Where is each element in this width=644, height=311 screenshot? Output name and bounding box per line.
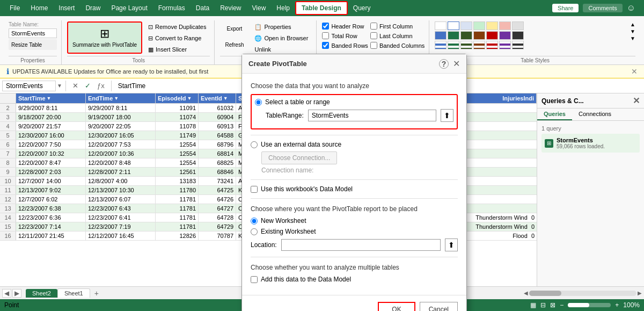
style-20[interactable]: [512, 41, 524, 49]
tab-connections[interactable]: Connections: [572, 109, 618, 120]
eventid-dropdown-icon[interactable]: ▼: [223, 96, 228, 101]
modal-help-icon[interactable]: ?: [439, 59, 449, 69]
sheet-tab-sheet2[interactable]: Sheet2: [26, 289, 57, 298]
export-button[interactable]: Export: [220, 21, 248, 37]
table-range-upload-btn[interactable]: ⬆: [441, 109, 453, 122]
ok-button[interactable]: OK: [378, 302, 415, 311]
style-8[interactable]: [448, 31, 459, 40]
confirm-formula-icon[interactable]: ✓: [83, 82, 93, 90]
insert-function-icon[interactable]: ƒx: [95, 82, 107, 90]
insert-slicer-button[interactable]: ▦ Insert Slicer: [144, 44, 210, 55]
menu-data[interactable]: Data: [191, 2, 215, 14]
remove-duplicates-button[interactable]: ⊡ Remove Duplicates: [144, 21, 210, 32]
convert-to-range-button[interactable]: ⊟ Convert to Range: [144, 33, 210, 44]
sheet-tab-sheet1[interactable]: Sheet1: [57, 288, 90, 298]
zoom-slider[interactable]: [568, 303, 611, 307]
banded-rows-checkbox[interactable]: [322, 42, 329, 49]
header-row-checkbox[interactable]: [322, 23, 329, 30]
location-input[interactable]: [281, 239, 441, 251]
style-10[interactable]: [473, 31, 485, 40]
radio-new-ws[interactable]: [251, 218, 258, 225]
zoom-in-icon[interactable]: +: [615, 301, 619, 309]
sheet-add-button[interactable]: +: [90, 288, 103, 299]
cancel-button[interactable]: Cancel: [420, 302, 458, 311]
location-upload-btn[interactable]: ⬆: [445, 238, 458, 251]
tab-scroll-left[interactable]: ◀: [2, 289, 11, 298]
resize-table-button[interactable]: Resize Table: [9, 39, 57, 50]
style-1[interactable]: [448, 21, 459, 30]
styles-scroll-up[interactable]: ▲: [630, 21, 635, 27]
data-model-checkbox[interactable]: [251, 186, 258, 193]
style-17[interactable]: [473, 41, 485, 49]
style-16[interactable]: [460, 41, 472, 49]
view-page-break-icon[interactable]: ⊠: [550, 301, 555, 309]
open-browser-button[interactable]: 🌐 Open in Browser: [251, 33, 312, 44]
radio-table-range[interactable]: [255, 99, 262, 106]
table-name-input[interactable]: [9, 28, 57, 38]
style-11[interactable]: [486, 31, 498, 40]
styles-scroll-down[interactable]: ▼: [630, 28, 635, 34]
view-layout-icon[interactable]: ⊟: [540, 301, 546, 309]
radio-external-data[interactable]: [251, 141, 258, 148]
view-normal-icon[interactable]: ▦: [530, 301, 536, 309]
table-range-input[interactable]: [308, 110, 436, 121]
formula-bar-divider2: [111, 81, 112, 91]
style-14[interactable]: [435, 41, 447, 49]
cancel-formula-icon[interactable]: ✕: [70, 82, 80, 90]
choose-connection-button[interactable]: Choose Connection...: [261, 151, 337, 164]
summarize-pivottable-button[interactable]: ⊞ Summarize with PivotTable: [67, 21, 142, 54]
last-col-checkbox[interactable]: [370, 32, 377, 39]
menu-draw[interactable]: Draw: [80, 2, 106, 14]
style-9[interactable]: [460, 31, 472, 40]
modal-close-icon[interactable]: ✕: [453, 59, 460, 69]
style-12[interactable]: [499, 31, 511, 40]
menu-view[interactable]: View: [247, 2, 272, 14]
share-button[interactable]: Share: [552, 4, 579, 12]
menu-file[interactable]: File: [4, 2, 25, 14]
episodeid-dropdown-icon[interactable]: ▼: [187, 96, 192, 101]
first-col-checkbox[interactable]: [370, 23, 377, 30]
name-box[interactable]: StormEvents: [2, 81, 56, 91]
style-5[interactable]: [499, 21, 511, 30]
zoom-out-icon[interactable]: −: [560, 301, 564, 309]
menu-page-layout[interactable]: Page Layout: [106, 2, 152, 14]
query-item-stormevents[interactable]: ⊞ StormEvents 59,066 rows loaded.: [541, 134, 640, 153]
style-6[interactable]: [512, 21, 524, 30]
hscroll-left-icon[interactable]: ◀: [524, 290, 528, 296]
update-close-icon[interactable]: ✕: [631, 67, 638, 76]
refresh-button[interactable]: Refresh: [220, 38, 248, 53]
starttime-dropdown-icon[interactable]: ▼: [47, 96, 52, 101]
style-7[interactable]: [435, 31, 447, 40]
properties-button[interactable]: 📋 Properties: [251, 21, 312, 32]
style-3[interactable]: [473, 21, 485, 30]
style-none[interactable]: [435, 21, 447, 30]
radio-existing-ws[interactable]: [251, 228, 258, 235]
endtime-dropdown-icon[interactable]: ▼: [114, 96, 119, 101]
style-2[interactable]: [460, 21, 472, 30]
menu-formulas[interactable]: Formulas: [153, 2, 191, 14]
unlink-button[interactable]: Unlink: [251, 44, 312, 55]
menu-review[interactable]: Review: [215, 2, 246, 14]
cell-starttime: 12/23/2007 7:14: [16, 222, 86, 231]
name-box-dropdown-icon[interactable]: ▼: [57, 83, 62, 89]
menu-table-design[interactable]: Table Design: [295, 1, 348, 15]
style-13[interactable]: [512, 31, 524, 40]
tab-scroll-right[interactable]: ▶: [12, 289, 21, 298]
style-18[interactable]: [486, 41, 498, 49]
menu-help[interactable]: Help: [271, 2, 295, 14]
add-data-model-checkbox[interactable]: [251, 276, 258, 283]
panel-close-icon[interactable]: ✕: [633, 96, 640, 106]
menu-query[interactable]: Query: [348, 2, 376, 14]
hscroll-track[interactable]: [529, 291, 636, 296]
style-19[interactable]: [499, 41, 511, 49]
hscroll-right-icon[interactable]: ▶: [638, 290, 642, 296]
styles-expand[interactable]: ▼: [630, 35, 635, 41]
menu-home[interactable]: Home: [25, 2, 53, 14]
menu-insert[interactable]: Insert: [53, 2, 80, 14]
style-15[interactable]: [448, 41, 459, 49]
tab-queries[interactable]: Queries: [537, 109, 572, 120]
total-row-checkbox[interactable]: [322, 32, 329, 39]
comments-button[interactable]: Comments: [583, 4, 622, 12]
banded-cols-checkbox[interactable]: [370, 42, 377, 49]
style-4[interactable]: [486, 21, 498, 30]
